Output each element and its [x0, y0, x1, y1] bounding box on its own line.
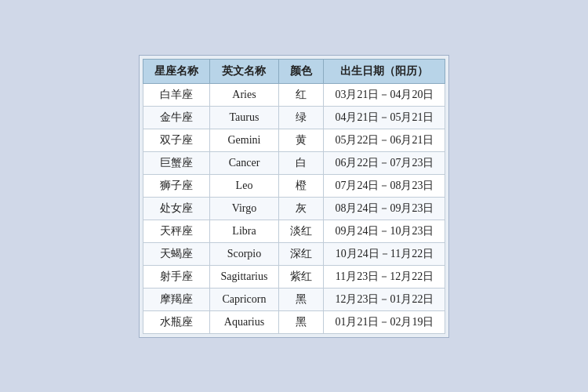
cell-color: 黑: [279, 288, 324, 310]
cell-chinese-name: 金牛座: [143, 106, 209, 129]
cell-color: 紫红: [279, 265, 324, 288]
cell-chinese-name: 狮子座: [143, 174, 209, 197]
cell-english-name: Libra: [209, 220, 279, 242]
cell-chinese-name: 天蝎座: [143, 242, 209, 265]
table-body: 白羊座Aries红03月21日－04月20日金牛座Taurus绿04月21日－0…: [143, 83, 445, 333]
table-container: 星座名称 英文名称 颜色 出生日期（阳历） 白羊座Aries红03月21日－04…: [139, 55, 450, 338]
cell-dates: 07月24日－08月23日: [324, 174, 445, 197]
table-row: 处女座Virgo灰08月24日－09月23日: [143, 197, 445, 220]
cell-chinese-name: 摩羯座: [143, 288, 209, 310]
table-row: 天蝎座Scorpio深红10月24日－11月22日: [143, 242, 445, 265]
cell-color: 灰: [279, 197, 324, 220]
header-english-name: 英文名称: [209, 59, 279, 83]
cell-dates: 01月21日－02月19日: [324, 310, 445, 333]
cell-chinese-name: 处女座: [143, 197, 209, 220]
table-row: 双子座Gemini黄05月22日－06月21日: [143, 129, 445, 151]
cell-english-name: Scorpio: [209, 242, 279, 265]
header-color: 颜色: [279, 59, 324, 83]
cell-color: 红: [279, 83, 324, 106]
cell-dates: 12月23日－01月22日: [324, 288, 445, 310]
cell-color: 白: [279, 151, 324, 174]
cell-chinese-name: 水瓶座: [143, 310, 209, 333]
cell-chinese-name: 天秤座: [143, 220, 209, 242]
cell-english-name: Leo: [209, 174, 279, 197]
cell-dates: 05月22日－06月21日: [324, 129, 445, 151]
cell-dates: 09月24日－10月23日: [324, 220, 445, 242]
cell-dates: 10月24日－11月22日: [324, 242, 445, 265]
cell-color: 深红: [279, 242, 324, 265]
table-row: 射手座Sagittarius紫红11月23日－12月22日: [143, 265, 445, 288]
cell-english-name: Gemini: [209, 129, 279, 151]
table-row: 天秤座Libra淡红09月24日－10月23日: [143, 220, 445, 242]
cell-chinese-name: 巨蟹座: [143, 151, 209, 174]
cell-color: 黄: [279, 129, 324, 151]
cell-chinese-name: 白羊座: [143, 83, 209, 106]
cell-color: 淡红: [279, 220, 324, 242]
table-row: 白羊座Aries红03月21日－04月20日: [143, 83, 445, 106]
table-row: 摩羯座Capricorn黑12月23日－01月22日: [143, 288, 445, 310]
cell-color: 黑: [279, 310, 324, 333]
table-row: 水瓶座Aquarius黑01月21日－02月19日: [143, 310, 445, 333]
cell-chinese-name: 射手座: [143, 265, 209, 288]
header-chinese-name: 星座名称: [143, 59, 209, 83]
cell-chinese-name: 双子座: [143, 129, 209, 151]
table-row: 巨蟹座Cancer白06月22日－07月23日: [143, 151, 445, 174]
cell-english-name: Taurus: [209, 106, 279, 129]
cell-english-name: Virgo: [209, 197, 279, 220]
cell-english-name: Cancer: [209, 151, 279, 174]
cell-dates: 03月21日－04月20日: [324, 83, 445, 106]
table-row: 狮子座Leo橙07月24日－08月23日: [143, 174, 445, 197]
cell-color: 橙: [279, 174, 324, 197]
zodiac-table: 星座名称 英文名称 颜色 出生日期（阳历） 白羊座Aries红03月21日－04…: [143, 59, 446, 334]
cell-dates: 04月21日－05月21日: [324, 106, 445, 129]
cell-english-name: Capricorn: [209, 288, 279, 310]
cell-english-name: Sagittarius: [209, 265, 279, 288]
cell-color: 绿: [279, 106, 324, 129]
table-row: 金牛座Taurus绿04月21日－05月21日: [143, 106, 445, 129]
cell-dates: 11月23日－12月22日: [324, 265, 445, 288]
cell-dates: 06月22日－07月23日: [324, 151, 445, 174]
cell-english-name: Aquarius: [209, 310, 279, 333]
cell-dates: 08月24日－09月23日: [324, 197, 445, 220]
table-header-row: 星座名称 英文名称 颜色 出生日期（阳历）: [143, 59, 445, 83]
header-dates: 出生日期（阳历）: [324, 59, 445, 83]
cell-english-name: Aries: [209, 83, 279, 106]
